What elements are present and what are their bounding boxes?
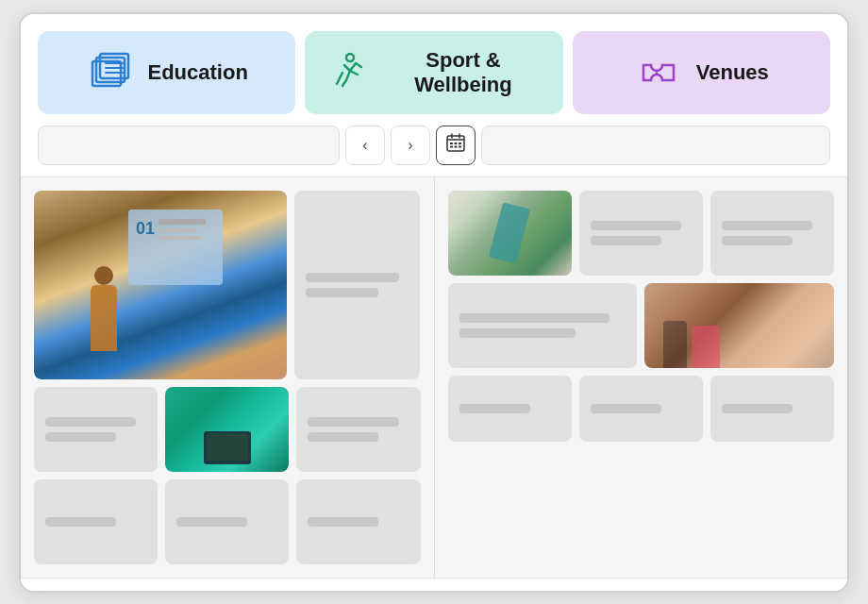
- card-content: [448, 376, 572, 442]
- card-line: [308, 417, 398, 427]
- sport-card-7[interactable]: [710, 376, 834, 442]
- education-card-2-content: [294, 191, 421, 379]
- ticket-icon: [634, 48, 683, 97]
- sport-card-4[interactable]: [448, 283, 638, 368]
- svg-rect-16: [455, 146, 458, 148]
- right-row3: [448, 376, 835, 442]
- tab-sport-label: Sport & Wellbeing: [382, 48, 543, 97]
- tab-education[interactable]: Education: [38, 31, 295, 114]
- card-content: [165, 479, 289, 564]
- card-content: [710, 376, 834, 442]
- education-card-2[interactable]: [294, 191, 421, 379]
- card-line: [176, 517, 247, 527]
- education-card-5[interactable]: [296, 387, 420, 472]
- card-line: [591, 236, 661, 245]
- content-area: 01: [21, 177, 847, 578]
- bottom-bar: [21, 578, 847, 591]
- card-line: [591, 404, 661, 413]
- card-content: [34, 387, 158, 472]
- card-line: [459, 313, 609, 323]
- card-content: [448, 283, 638, 368]
- chevron-left-icon: ‹: [362, 137, 367, 154]
- svg-rect-14: [459, 143, 461, 144]
- next-button[interactable]: ›: [391, 126, 430, 165]
- right-row1: [448, 191, 835, 276]
- sport-card-3[interactable]: [710, 191, 834, 276]
- chevron-right-icon: ›: [408, 137, 412, 154]
- main-container: Education Sport & Wellbeing: [19, 12, 849, 593]
- svg-point-6: [346, 54, 354, 61]
- education-featured-card[interactable]: 01: [34, 191, 287, 379]
- card-line: [722, 221, 812, 230]
- card-content: [296, 387, 420, 472]
- card-line: [722, 404, 793, 413]
- education-card-7[interactable]: [165, 479, 289, 564]
- search-input[interactable]: [38, 126, 340, 165]
- svg-rect-13: [455, 143, 458, 144]
- left-row2: [34, 387, 421, 472]
- card-line: [306, 273, 399, 282]
- category-tabs: Education Sport & Wellbeing: [21, 14, 847, 114]
- prev-button[interactable]: ‹: [345, 126, 385, 165]
- right-row2: [448, 283, 835, 368]
- left-panel-education: 01: [21, 177, 435, 578]
- education-card-6[interactable]: [34, 479, 158, 564]
- sport-card-5[interactable]: [448, 376, 572, 442]
- card-line: [591, 221, 681, 230]
- svg-rect-17: [459, 146, 461, 148]
- tab-venues[interactable]: Venues: [573, 31, 830, 114]
- svg-rect-12: [450, 143, 453, 144]
- svg-rect-15: [450, 146, 453, 148]
- card-line: [459, 328, 576, 338]
- right-panel-sport: [435, 177, 848, 578]
- card-line: [459, 404, 530, 413]
- runner-icon: [324, 48, 369, 97]
- sport-yoga-mat-card[interactable]: [448, 191, 572, 276]
- card-line: [308, 517, 378, 527]
- card-content: [579, 191, 703, 276]
- card-content: [710, 191, 834, 276]
- sport-card-6[interactable]: [579, 376, 703, 442]
- document-stack-icon: [85, 48, 134, 97]
- card-content: [579, 376, 703, 442]
- left-row1: 01: [34, 191, 421, 379]
- sport-card-2[interactable]: [579, 191, 703, 276]
- tab-venues-label: Venues: [696, 60, 769, 85]
- sport-women-yoga-card[interactable]: [644, 283, 834, 368]
- card-line: [45, 432, 116, 442]
- card-line: [308, 432, 378, 442]
- card-content: [296, 479, 420, 564]
- tab-education-label: Education: [147, 60, 247, 85]
- card-line: [306, 288, 378, 297]
- left-row3: [34, 479, 421, 564]
- education-card-3[interactable]: [34, 387, 158, 472]
- calendar-button[interactable]: [436, 126, 476, 165]
- education-card-8[interactable]: [296, 479, 420, 564]
- toolbar: ‹ ›: [21, 114, 847, 177]
- education-tablet-card[interactable]: [165, 387, 289, 472]
- card-line: [45, 517, 116, 527]
- calendar-icon: [445, 132, 466, 158]
- date-input[interactable]: [481, 126, 830, 165]
- card-line: [722, 236, 793, 245]
- card-line: [45, 417, 136, 427]
- tab-sport[interactable]: Sport & Wellbeing: [305, 31, 562, 114]
- card-content: [34, 479, 158, 564]
